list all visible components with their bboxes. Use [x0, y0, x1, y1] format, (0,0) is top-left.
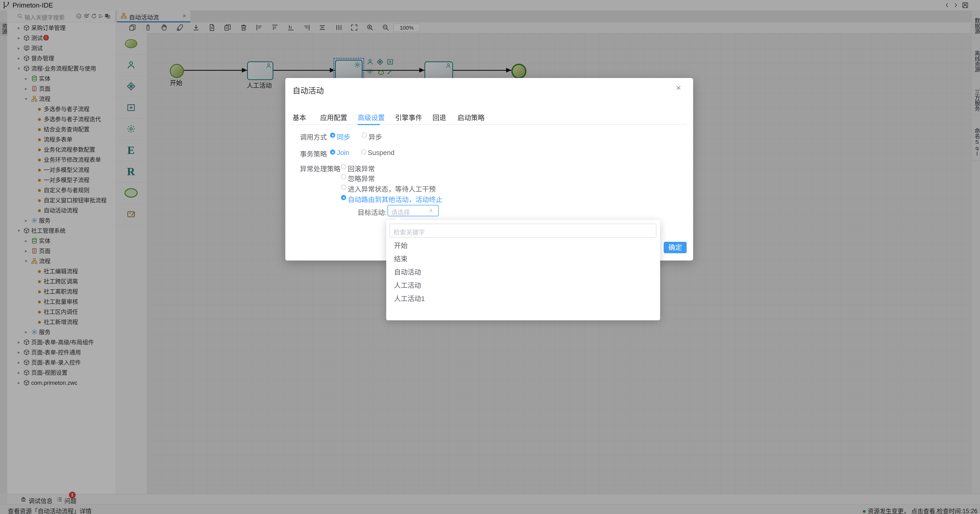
chevron-up-icon: ∧	[429, 207, 433, 214]
primeton-ide-window: Primeton-IDE 资源 输入关键字搜索 ▸采购订单管理▸测试!▸测试▸督…	[0, 0, 980, 514]
dialog-close-icon[interactable]: ×	[676, 83, 681, 92]
radio-异步[interactable]	[362, 133, 367, 138]
dialog-tab-1[interactable]: 基本	[293, 112, 306, 122]
radio-回滚异常[interactable]	[341, 164, 346, 170]
dialog-tab-5[interactable]: 回退	[433, 112, 446, 122]
radio-进入异常状态，等待人工干预[interactable]	[341, 185, 346, 190]
radio-同步[interactable]	[330, 133, 335, 138]
radio-label: 同步	[337, 132, 350, 141]
radio-Suspend[interactable]	[361, 149, 366, 155]
target-activity-label: 目标活动:	[358, 207, 387, 217]
dropdown-search-placeholder: 检索关键字	[393, 227, 425, 236]
dropdown-search-input[interactable]	[389, 224, 657, 238]
radio-自动路由到其他活动，活动终止[interactable]	[341, 195, 346, 200]
target-activity-dropdown: 检索关键字 开始结束自动活动人工活动人工活动1	[386, 220, 660, 320]
dropdown-option[interactable]: 开始	[386, 239, 660, 252]
dialog-tab-2[interactable]: 应用配置	[320, 112, 347, 122]
dialog-tab-4[interactable]: 引擎事件	[395, 112, 422, 122]
radio-Join[interactable]	[330, 149, 335, 155]
radio-label: 回滚异常	[348, 163, 375, 173]
tabs-divider	[293, 124, 686, 125]
radio-label: 忽略异常	[348, 173, 375, 183]
dialog-title: 自动活动	[293, 84, 324, 96]
tx-policy-label: 事务策略	[300, 149, 327, 158]
dropdown-option[interactable]: 自动活动	[386, 266, 660, 279]
radio-忽略异常[interactable]	[341, 174, 346, 179]
dropdown-option[interactable]: 人工活动	[386, 279, 660, 292]
radio-label: 异步	[369, 132, 382, 141]
radio-label: Suspend	[368, 149, 395, 157]
exception-policy-label: 异常处理策略	[300, 163, 340, 173]
dialog-tab-3[interactable]: 高级设置	[358, 112, 385, 122]
call-mode-label: 调用方式	[300, 132, 327, 141]
radio-label: 进入异常状态，等待人工干预	[348, 184, 436, 194]
dropdown-option[interactable]: 结束	[386, 252, 660, 266]
select-placeholder: 请选择	[391, 207, 410, 216]
active-tab-underline	[358, 124, 380, 125]
dropdown-option[interactable]: 人工活动1	[386, 292, 660, 306]
confirm-button[interactable]: 确定	[664, 242, 687, 253]
radio-label: Join	[337, 149, 349, 157]
radio-label: 自动路由到其他活动，活动终止	[348, 194, 442, 204]
dialog-tab-6[interactable]: 启动策略	[458, 112, 485, 122]
